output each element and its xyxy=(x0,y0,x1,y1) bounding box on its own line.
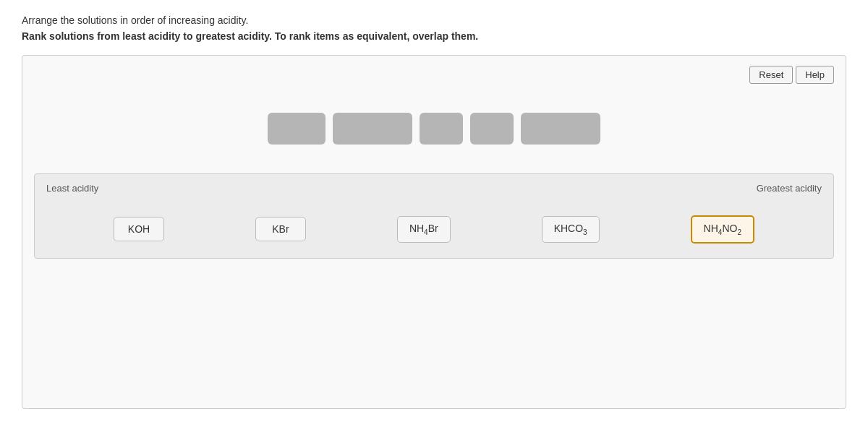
drop-slot-3[interactable] xyxy=(420,113,463,145)
compounds-row: KOH KBr NH4Br KHCO3 NH4NO2 xyxy=(46,215,822,244)
drop-slot-5[interactable] xyxy=(521,113,600,145)
compound-KHCO3[interactable]: KHCO3 xyxy=(542,216,600,243)
drop-slot-4[interactable] xyxy=(470,113,514,145)
least-acidity-label: Least acidity xyxy=(46,183,98,194)
top-buttons: Reset Help xyxy=(34,66,834,84)
reset-button[interactable]: Reset xyxy=(749,66,793,84)
compound-KOH[interactable]: KOH xyxy=(114,217,164,241)
page-wrapper: Arrange the solutions in order of increa… xyxy=(0,0,868,448)
greatest-acidity-label: Greatest acidity xyxy=(757,183,822,194)
instruction-line2: Rank solutions from least acidity to gre… xyxy=(22,30,846,42)
ranking-section: Least acidity Greatest acidity KOH KBr N… xyxy=(34,173,834,259)
compound-NH4NO2[interactable]: NH4NO2 xyxy=(691,215,754,244)
drop-slot-1[interactable] xyxy=(268,113,326,145)
drop-slot-2[interactable] xyxy=(333,113,412,145)
compound-NH4Br[interactable]: NH4Br xyxy=(397,216,451,243)
help-button[interactable]: Help xyxy=(796,66,834,84)
main-container: Reset Help Least acidity Greatest acidit… xyxy=(22,55,846,409)
drop-zone-area xyxy=(34,113,834,145)
ranking-labels: Least acidity Greatest acidity xyxy=(46,183,822,194)
compound-KBr[interactable]: KBr xyxy=(255,217,306,241)
instruction-line1: Arrange the solutions in order of increa… xyxy=(22,14,846,26)
